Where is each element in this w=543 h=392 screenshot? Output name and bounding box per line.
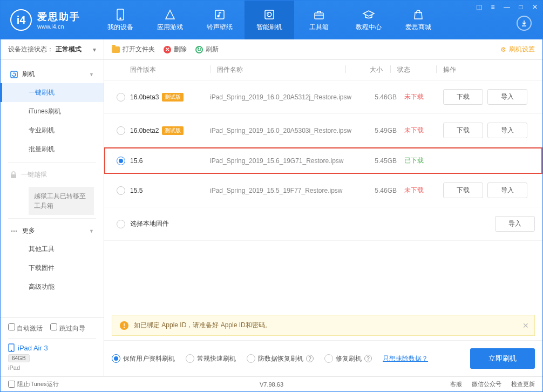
local-fw-label: 选择本地固件 <box>130 219 210 228</box>
lock-icon <box>10 171 17 179</box>
skip-guide-checkbox[interactable]: 跳过向导 <box>50 323 85 333</box>
firmware-status: 未下载 <box>404 126 443 135</box>
firmware-status: 未下载 <box>404 186 443 195</box>
skin-button[interactable]: ◫ <box>474 3 483 11</box>
block-itunes-checkbox[interactable]: 阻止iTunes运行 <box>8 380 59 388</box>
header: i4 爱思助手 www.i4.cn 我的设备 应用游戏 铃声壁纸 智能刷机 工具… <box>1 1 542 39</box>
col-actions: 操作 <box>443 65 535 75</box>
svg-point-3 <box>218 15 219 17</box>
local-firmware-row: 选择本地固件 导入 <box>104 207 542 241</box>
firmware-radio[interactable] <box>117 93 125 102</box>
sidebar-item-oneclick-flash[interactable]: 一键刷机 <box>1 83 104 102</box>
erase-data-link[interactable]: 只想抹除数据？ <box>383 354 428 363</box>
notice-close-button[interactable]: ✕ <box>522 321 529 330</box>
nav-label: 我的设备 <box>107 23 133 32</box>
device-type: iPad <box>8 364 96 371</box>
help-icon[interactable]: ? <box>364 355 372 362</box>
local-fw-radio[interactable] <box>117 220 125 228</box>
apps-icon <box>164 9 177 21</box>
sidebar-item-advanced[interactable]: 高级功能 <box>1 278 104 296</box>
bag-icon <box>412 9 425 21</box>
chevron-down-icon: ▼ <box>89 228 94 234</box>
logo-area: i4 爱思助手 www.i4.cn <box>1 9 90 31</box>
download-button[interactable]: 下载 <box>443 123 483 138</box>
firmware-version: 15.5 <box>130 187 210 194</box>
gear-icon: ⚙ <box>500 46 506 53</box>
firmware-size: 5.46GB <box>366 93 404 101</box>
import-button[interactable]: 导入 <box>487 183 527 198</box>
firmware-radio[interactable] <box>117 186 125 195</box>
section-label: 刷机 <box>22 70 35 79</box>
sidebar-item-download-fw[interactable]: 下载固件 <box>1 259 104 278</box>
sidebar-section-more[interactable]: 更多 ▼ <box>1 222 104 240</box>
auto-activate-checkbox[interactable]: 自动激活 <box>8 323 43 333</box>
device-storage: 64GB <box>8 354 30 362</box>
toolbox-icon <box>313 9 325 21</box>
nav-toolbox[interactable]: 工具箱 <box>294 1 344 39</box>
app-version: V7.98.63 <box>260 381 283 388</box>
sidebar-item-itunes-flash[interactable]: iTunes刷机 <box>1 102 104 121</box>
device-info: iPad Air 3 64GB iPad <box>8 339 96 371</box>
svg-point-1 <box>120 18 121 19</box>
table-header: 固件版本 固件名称 大小 状态 操作 <box>104 60 542 80</box>
delete-button[interactable]: ✕ 删除 <box>164 45 187 54</box>
open-folder-button[interactable]: 打开文件夹 <box>112 45 155 54</box>
nav-apps[interactable]: 应用游戏 <box>145 1 195 39</box>
opt-normal[interactable]: 常规快速刷机 <box>186 354 236 363</box>
download-manager-button[interactable] <box>517 16 532 31</box>
check-update-link[interactable]: 检查更新 <box>511 380 535 388</box>
warning-icon: ! <box>120 321 128 330</box>
jailbreak-note: 越狱工具已转移至工具箱 <box>29 187 94 215</box>
nav-store[interactable]: 爱思商城 <box>393 1 443 39</box>
download-button[interactable]: 下载 <box>443 183 483 198</box>
import-button[interactable]: 导入 <box>487 123 527 138</box>
sidebar-section-flash[interactable]: 刷机 ▼ <box>1 65 104 83</box>
firmware-row: 15.5 iPad_Spring_2019_15.5_19F77_Restore… <box>104 174 542 207</box>
chevron-down-icon: ▾ <box>93 46 96 53</box>
app-url: www.i4.cn <box>37 23 80 30</box>
footer: 阻止iTunes运行 V7.98.63 客服 微信公众号 检查更新 <box>1 376 542 391</box>
apple-id-notice: ! 如已绑定 Apple ID，请准备好 Apple ID和密码。 ✕ <box>112 315 535 336</box>
firmware-row: 16.0beta3测试版 iPad_Spring_2019_16.0_20A53… <box>104 80 542 114</box>
flash-icon <box>10 71 18 78</box>
import-button[interactable]: 导入 <box>487 89 527 105</box>
sidebar-item-pro-flash[interactable]: 专业刷机 <box>1 121 104 140</box>
firmware-size: 5.49GB <box>366 127 404 134</box>
minimize-button[interactable]: — <box>503 3 511 11</box>
opt-keep-data[interactable]: 保留用户资料刷机 <box>112 354 175 363</box>
support-link[interactable]: 客服 <box>450 380 462 388</box>
firmware-size: 5.46GB <box>366 187 404 194</box>
svg-rect-5 <box>315 13 323 19</box>
refresh-button[interactable]: ↻ 刷新 <box>195 45 219 54</box>
nav-my-device[interactable]: 我的设备 <box>96 1 145 39</box>
sidebar-item-batch-flash[interactable]: 批量刷机 <box>1 140 104 159</box>
download-button[interactable]: 下载 <box>443 89 483 105</box>
device-name[interactable]: iPad Air 3 <box>8 343 96 352</box>
maximize-button[interactable]: □ <box>517 3 525 11</box>
firmware-radio[interactable] <box>117 126 125 135</box>
nav-flash[interactable]: 智能刷机 <box>245 1 294 39</box>
firmware-radio[interactable] <box>117 157 125 165</box>
firmware-version: 15.6 <box>130 157 210 165</box>
opt-recovery[interactable]: 防数据恢复刷机? <box>247 354 314 363</box>
section-label: 更多 <box>22 226 35 235</box>
flash-now-button[interactable]: 立即刷机 <box>470 348 535 369</box>
nav-tutorials[interactable]: 教程中心 <box>344 1 393 39</box>
firmware-version: 16.0beta3测试版 <box>130 93 210 102</box>
nav-ringtones[interactable]: 铃声壁纸 <box>195 1 245 39</box>
sidebar-item-other-tools[interactable]: 其他工具 <box>1 240 104 259</box>
firmware-actions: 下载 导入 <box>443 123 535 138</box>
nav-label: 教程中心 <box>356 23 382 32</box>
svg-point-12 <box>11 350 11 350</box>
device-status-bar[interactable]: 设备连接状态： 正常模式 ▾ <box>1 39 104 60</box>
menu-button[interactable]: ≡ <box>488 3 497 11</box>
help-icon[interactable]: ? <box>306 355 314 362</box>
close-button[interactable]: ✕ <box>531 3 539 11</box>
opt-repair[interactable]: 修复刷机? <box>324 354 372 363</box>
wechat-link[interactable]: 微信公众号 <box>472 380 501 388</box>
graduation-icon <box>362 9 375 21</box>
import-button[interactable]: 导入 <box>495 216 535 232</box>
col-version: 固件版本 <box>130 65 210 75</box>
notice-text: 如已绑定 Apple ID，请准备好 Apple ID和密码。 <box>134 321 272 330</box>
flash-settings-button[interactable]: ⚙ 刷机设置 <box>500 45 535 54</box>
